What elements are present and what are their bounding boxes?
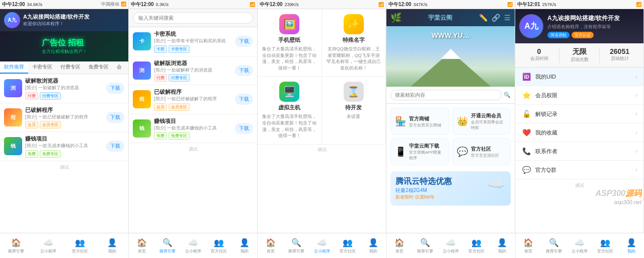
feature-download[interactable]: 📱 宇棠云阁下载 官方原阁APP限量程序: [390, 138, 449, 165]
nav-btn-p4-me[interactable]: 👤 我的: [490, 233, 515, 258]
nav-label-p4-home: 首页: [395, 248, 404, 254]
main-panels: 中午12:00 34.6K/s 中国移动 📶 A九 A九诶接网站搭建/软件开发 …: [0, 0, 644, 233]
nav-btn-p3-me[interactable]: 👤 我的: [361, 233, 386, 258]
p2-tag2-3: 免费专区: [169, 132, 190, 140]
p2-download-1[interactable]: 下载: [235, 65, 253, 76]
menu-vip-rights[interactable]: ⭐ 会员权限 ›: [515, 86, 643, 105]
status-bar-1: 中午12:00 34.6K/s 中国移动 📶: [0, 0, 128, 9]
search-input-2[interactable]: [133, 12, 253, 24]
p2-download-3[interactable]: 下载: [235, 123, 253, 134]
status-bar-5: 中午12:01 257K/s 📶: [515, 0, 643, 9]
nav-btn-p2-me[interactable]: 👤 我的: [231, 233, 257, 258]
nav-btn-p2-search[interactable]: 🔍 推荐引擎: [154, 233, 180, 258]
nav-btn-p1-cloud[interactable]: ☁️ 云小程序: [32, 233, 64, 258]
time-2: 中午12:00: [131, 1, 154, 8]
feature-shop[interactable]: 🏪 官方商铺 官方自营买云商铺: [390, 108, 449, 135]
grid-item-wallpaper[interactable]: 🖼️ 手机壁纸 集合了大量高清手机壁纸，全自动采集更新！包含了动漫，美女，科技，…: [258, 9, 322, 77]
tab-free-zone[interactable]: 免费专区: [85, 61, 113, 74]
p5-desc: 介绍语名称程序，没有程序诶等: [547, 24, 620, 30]
nav-label-p1-community: 官方社区: [72, 248, 88, 254]
nav-btn-p3-community[interactable]: 👥 官方社区: [335, 233, 361, 258]
community-icon-p1: 👥: [75, 238, 85, 247]
nav-btn-p4-home[interactable]: 🏠 首页: [387, 233, 413, 258]
menu-uid[interactable]: 🆔 我的UID ›: [515, 68, 643, 86]
menu-contact-label: 联系作者: [535, 148, 631, 155]
special-name-desc: 支持QQ微信空白昵称，王者荣耀昵称，QQ飞车手游罕见名称等，一键生成自己喜欢的名…: [326, 46, 382, 71]
list-info-1: 已破解程序 [简介] 一款已经被破解了的程序 会员 会员专区: [25, 106, 103, 129]
nav-btn-p4-community[interactable]: 👥 官方社区: [464, 233, 490, 258]
badge-read[interactable]: 阅读原帖: [547, 32, 570, 38]
menu-qq-group[interactable]: 💬 官方Q群 ›: [515, 161, 643, 179]
data-speed-3: 239K/s: [285, 2, 299, 7]
menu-unlock[interactable]: 🔓 解锁记录 ›: [515, 105, 643, 123]
tag-paid-0: 付费: [25, 92, 38, 100]
nav-btn-p4-cloud[interactable]: ☁️ 云小程序: [438, 233, 464, 258]
search-icon-p4[interactable]: 🔍: [504, 92, 511, 98]
nav-btn-p2-home[interactable]: 🏠 首页: [129, 233, 154, 258]
nav-btn-p1-community[interactable]: 👥 官方社区: [64, 233, 97, 258]
p4-search-input[interactable]: [390, 90, 502, 100]
nav-btn-p4-search[interactable]: 🔍 推荐引擎: [413, 233, 438, 258]
nav-btn-p3-cloud[interactable]: ☁️ 云小程序: [309, 233, 335, 258]
feature-vip[interactable]: 👑 开通云阁会员 会员可享四季会议特权: [452, 108, 511, 135]
nav-label-p3-cloud: 云小程序: [314, 248, 330, 254]
p2-thumb-0: 卡: [133, 32, 151, 50]
item-tags-1: 会员 会员专区: [25, 121, 103, 128]
p2-tags-2: 会员 会员专区: [154, 103, 232, 111]
asp300-source-label: 源码: [625, 189, 641, 198]
nav-label-p2-me: 我的: [240, 248, 249, 254]
list-item: 浏 破解版浏览器 [简介] 一款破解鲜了的浏览器 付费 付费专区 下载: [129, 56, 257, 86]
panel-cloud: 中午12:00 347K/s 📶 🌿 宇棠云阁 ✏️ 🔗 ☰ WWW.YU… 🔍: [386, 0, 515, 233]
nav-btn-p1-me[interactable]: 👤 我的: [96, 233, 128, 258]
tab-software-recommend[interactable]: 软件推荐: [0, 61, 28, 74]
pending-title: 待开发: [345, 104, 362, 111]
tab-more[interactable]: 会: [113, 61, 126, 74]
data-speed-5: 257K/s: [542, 2, 556, 7]
nav-btn-p2-cloud[interactable]: ☁️ 云小程序: [180, 233, 206, 258]
feature-download-title: 宇棠云阁下载: [409, 143, 445, 150]
bottom-nav: 🏠 推荐引擎 ☁️ 云小程序 👥 官方社区 👤 我的 🏠 首页 🔍 推荐引擎 ☁…: [0, 233, 644, 258]
feature-community[interactable]: 💬 官方社区 官方互交流社区: [452, 138, 511, 165]
item-name-1: 已破解程序: [25, 106, 103, 114]
nav-btn-p5-home[interactable]: 🏠 首页: [516, 233, 541, 258]
share-icon[interactable]: 🔗: [492, 14, 500, 22]
nav-label-p2-cloud: 云小程序: [185, 248, 201, 254]
grid-item-vhost[interactable]: 🖥️ 虚拟主机 集合了大量高清手机壁纸，全自动采集更新！包含了动漫，美女，科技，…: [258, 77, 322, 144]
nav-btn-p5-me[interactable]: 👤 我的: [618, 233, 644, 258]
nav-btn-p3-search[interactable]: 🔍 推荐引擎: [283, 233, 309, 258]
grid-item-pending[interactable]: ⌛ 待开发 未设置: [322, 77, 386, 144]
community-icon-p2: 👥: [214, 238, 224, 247]
nav-btn-p1-home[interactable]: 🏠 推荐引擎: [0, 233, 32, 258]
download-btn-2[interactable]: 下载: [106, 141, 124, 152]
home-icon-p5: 🏠: [523, 238, 533, 247]
time-1: 中午12:00: [2, 1, 25, 8]
tab-card-zone[interactable]: 卡密专区: [28, 61, 56, 74]
item-desc-2: [简介] 一款无成本赚钱的小工具: [25, 143, 103, 149]
menu-icon-p4[interactable]: ☰: [504, 14, 511, 22]
menu-contact[interactable]: 📞 联系作者 ›: [515, 142, 643, 161]
p2-download-0[interactable]: 下载: [235, 36, 253, 47]
grid-item-special-name[interactable]: ✨ 特殊名字 支持QQ微信空白昵称，王者荣耀昵称，QQ飞车手游罕见名称等，一键生…: [322, 9, 386, 77]
community-icon-p3: 👥: [343, 238, 353, 247]
tab-paid-zone[interactable]: 付费专区: [56, 61, 85, 74]
nav-btn-p3-home[interactable]: 🏠 首页: [258, 233, 283, 258]
tencent-ad[interactable]: ☁️ 腾讯云特选优惠 轻量2核2G4M 新老限时 仅需99/年: [390, 171, 511, 206]
data-speed-2: 0.3K/s: [156, 2, 169, 7]
nav-btn-p5-community[interactable]: 👥 官方社区: [593, 233, 618, 258]
heart-icon: ❤️: [521, 128, 531, 137]
nav-label-p4-community: 官方社区: [468, 248, 485, 254]
nav-btn-p5-search[interactable]: 🔍 推荐引擎: [541, 233, 567, 258]
nav-btn-p2-community[interactable]: 👥 官方社区: [206, 233, 231, 258]
menu-favorites[interactable]: ❤️ 我的收藏 ›: [515, 123, 643, 142]
nav-btn-p5-cloud[interactable]: ☁️ 云小程序: [567, 233, 593, 258]
item-thumb-1: 程: [4, 108, 22, 126]
p1-banner[interactable]: 广告位 招租 全方位精准触达用户！: [0, 31, 128, 61]
list-info-0: 破解散浏览器 [简介] 一款破解了的浏览器 付费 付费专区: [25, 77, 103, 100]
download-btn-1[interactable]: 下载: [106, 112, 124, 123]
list-item: 钱 赚钱项目 [简介] 一款无成本赚钱的小工具 免费 免费专区 下载: [129, 114, 257, 144]
list-item: 程 已破解程序 [简介] 一款已经被破解了的程序 会员 会员专区 下载: [129, 85, 257, 114]
download-btn-0[interactable]: 下载: [106, 83, 124, 94]
pencil-icon[interactable]: ✏️: [479, 14, 488, 22]
nav-label-p4-search: 推荐引擎: [417, 248, 433, 254]
p2-download-2[interactable]: 下载: [235, 94, 253, 105]
